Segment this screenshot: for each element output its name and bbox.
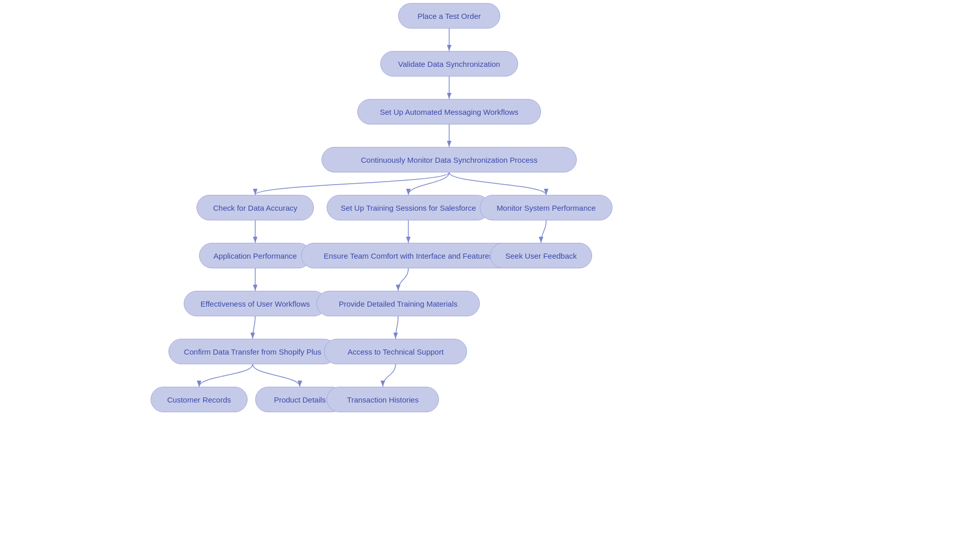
flowchart-node-n3: Set Up Automated Messaging Workflows [357, 99, 541, 124]
flowchart-node-n11: Effectiveness of User Workflows [184, 291, 327, 316]
flowchart-node-n5: Check for Data Accuracy [197, 195, 314, 220]
edge-n14-n17 [383, 364, 396, 387]
flowchart-node-n12: Provide Detailed Training Materials [316, 291, 480, 316]
flowchart-node-n10: Seek User Feedback [490, 243, 592, 268]
edge-n9-n12 [398, 268, 408, 291]
edge-n4-n7 [449, 172, 546, 195]
edge-n7-n10 [541, 220, 546, 243]
edge-n13-n15 [199, 364, 253, 387]
flowchart-node-n6: Set Up Training Sessions for Salesforce [327, 195, 490, 220]
flowchart-node-n17: Transaction Histories [327, 387, 439, 412]
edge-n4-n5 [255, 172, 449, 195]
flowchart-node-n8: Application Performance [199, 243, 311, 268]
flowchart-node-n7: Monitor System Performance [480, 195, 612, 220]
edge-n13-n16 [253, 364, 300, 387]
diagram-container: Place a Test OrderValidate Data Synchron… [0, 0, 980, 551]
flowchart-node-n1: Place a Test Order [398, 3, 500, 29]
flowchart-node-n14: Access to Technical Support [324, 339, 467, 364]
flowchart-node-n9: Ensure Team Comfort with Interface and F… [301, 243, 516, 268]
flowchart-node-n4: Continuously Monitor Data Synchronizatio… [322, 147, 577, 172]
diagram-svg [0, 0, 980, 551]
flowchart-node-n2: Validate Data Synchronization [380, 51, 518, 77]
edge-n11-n13 [253, 316, 255, 339]
flowchart-node-n15: Customer Records [151, 387, 248, 412]
edge-n12-n14 [396, 316, 398, 339]
flowchart-node-n13: Confirm Data Transfer from Shopify Plus [168, 339, 337, 364]
